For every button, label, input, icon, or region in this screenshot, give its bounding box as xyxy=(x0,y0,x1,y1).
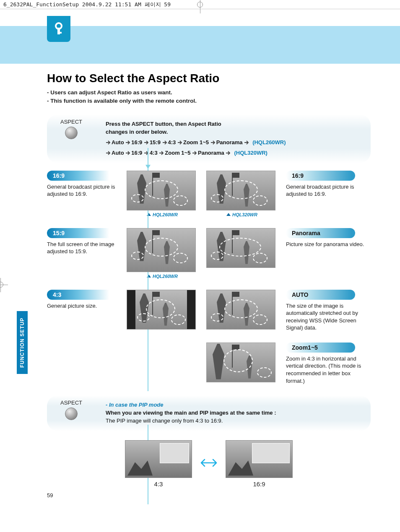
seq-item: Auto xyxy=(112,139,124,145)
screen-thumbnail xyxy=(127,171,196,210)
thumb-col: HQL260WR xyxy=(127,171,198,217)
row-zoom: Zoom1~5 Zoom in 4:3 in horizontal and ve… xyxy=(47,343,371,384)
row-4-3: 4:3 General picture size. AUTO The size … xyxy=(47,290,371,332)
left-block: 16:9 General broadcast picture is adjust… xyxy=(47,171,118,198)
intro-text: - Users can adjust Aspect Ratio as users… xyxy=(47,88,371,106)
remote-button-icon xyxy=(65,407,78,420)
page-title: How to Select the Aspect Ratio xyxy=(47,72,371,85)
ratio-desc: Zoom in 4:3 in horizontal and vertical d… xyxy=(286,355,370,384)
row-15-9: 15:9 The full screen of the image adjust… xyxy=(47,228,371,279)
ratio-pill: 16:9 xyxy=(47,171,116,181)
pip-label: 4:3 xyxy=(125,480,192,488)
pip-thumbnail xyxy=(226,440,293,478)
caption-text: HQL320WR xyxy=(232,212,257,217)
screen-thumbnail xyxy=(127,228,196,272)
screen-thumbnail xyxy=(206,343,275,382)
pip-image-row: 4:3 16:9 xyxy=(47,440,371,488)
ratio-desc: The full screen of the image adjusted to… xyxy=(47,241,118,255)
row-16-9: 16:9 General broadcast picture is adjust… xyxy=(47,171,371,217)
triangle-icon xyxy=(226,213,231,216)
left-block: 4:3 General picture size. xyxy=(47,290,118,310)
aspect-button-graphic: ASPECT xyxy=(60,119,82,139)
swap-arrow-icon xyxy=(200,457,217,471)
screen-thumbnail xyxy=(206,228,275,268)
screen-thumbnail xyxy=(206,171,275,210)
right-block: AUTO The size of the image is automatica… xyxy=(286,290,370,332)
seq-item: 4:3 xyxy=(150,150,158,156)
pip-thumbnail xyxy=(125,440,192,478)
ratio-pill: 4:3 xyxy=(47,290,116,300)
pip-thumb-block: 4:3 xyxy=(125,440,192,488)
instruction-panel: ASPECT Press the ASPECT button, then Asp… xyxy=(47,114,371,163)
crop-mark-header: 6_2632PAL_FunctionSetup 2004.9.22 11:51 … xyxy=(0,0,400,9)
pip-text: When you are viewing the main and PIP im… xyxy=(106,409,362,417)
ratio-desc: General picture size. xyxy=(47,302,118,310)
ratio-desc: General broadcast picture is adjusted to… xyxy=(286,183,370,198)
thumb-col xyxy=(206,343,278,382)
thumb-col: HQL260WR xyxy=(127,228,198,279)
right-block: 16:9 General broadcast picture is adjust… xyxy=(286,171,370,198)
remote-button-icon xyxy=(65,127,78,139)
pip-thumb-block: 16:9 xyxy=(226,440,293,488)
page-number: 59 xyxy=(47,492,53,498)
ratio-pill: 16:9 xyxy=(286,171,355,181)
screen-thumbnail xyxy=(206,290,275,330)
pip-panel: ASPECT - In case the PIP mode When you a… xyxy=(47,395,371,431)
pip-label: 16:9 xyxy=(226,480,293,488)
seq-item: Auto xyxy=(112,150,124,156)
aspect-button-graphic: ASPECT xyxy=(60,400,82,420)
right-block: Panorama Picture size for panorama video… xyxy=(286,228,370,248)
aspect-label: ASPECT xyxy=(60,400,82,406)
right-block: Zoom1~5 Zoom in 4:3 in horizontal and ve… xyxy=(286,343,370,384)
intro-line: - Users can adjust Aspect Ratio as users… xyxy=(47,88,371,97)
intro-line: - This function is available only with t… xyxy=(47,97,371,105)
content-area: How to Select the Aspect Ratio - Users c… xyxy=(0,64,400,488)
seq-item: 16:9 xyxy=(131,139,142,145)
registration-mark-icon xyxy=(197,2,203,8)
sequence-1: Auto 16:9 15:9 4:3 Zoom 1~5 Panorama (HQ… xyxy=(106,139,362,147)
left-block: 15:9 The full screen of the image adjust… xyxy=(47,228,118,255)
page: FUNCTION SETUP How to Select the Aspect … xyxy=(0,26,400,504)
ratio-pill: Panorama xyxy=(286,228,355,238)
seq-model: (HQL260WR) xyxy=(250,139,286,145)
ratio-pill: AUTO xyxy=(286,290,355,300)
panel-body: - In case the PIP mode When you are view… xyxy=(106,401,362,425)
ratio-desc: Picture size for panorama video. xyxy=(286,241,370,248)
panel-body: Press the ASPECT button, then Aspect Rat… xyxy=(106,120,362,157)
ratio-pill: 15:9 xyxy=(47,228,116,238)
thumb-caption: HQL260WR xyxy=(127,274,198,279)
panel-text: changes in order below. xyxy=(106,128,362,136)
key-icon xyxy=(47,16,70,42)
screen-thumbnail xyxy=(127,290,196,330)
seq-item: Panorama xyxy=(216,139,243,145)
thumb-caption: HQL260WR xyxy=(127,212,198,217)
caption-text: HQL260WR xyxy=(153,274,178,279)
seq-item: 16:9 xyxy=(131,150,142,156)
aspect-label: ASPECT xyxy=(60,119,82,125)
seq-item: Zoom 1~5 xyxy=(165,150,190,156)
thumb-caption: HQL320WR xyxy=(206,212,278,217)
svg-rect-2 xyxy=(57,32,62,34)
seq-item: Zoom 1~5 xyxy=(183,139,209,145)
thumb-col xyxy=(206,290,278,330)
ratio-desc: The size of the image is automatically s… xyxy=(286,302,370,332)
crop-mark-text: 6_2632PAL_FunctionSetup 2004.9.22 11:51 … xyxy=(3,1,171,8)
ratio-desc: General broadcast picture is adjusted to… xyxy=(47,183,118,198)
thumb-col xyxy=(127,290,198,330)
thumb-col: HQL320WR xyxy=(206,171,278,217)
panel-text: Press the ASPECT button, then Aspect Rat… xyxy=(106,120,362,128)
header-band xyxy=(0,26,400,64)
pip-text: The PIP image will change only from 4:3 … xyxy=(106,417,362,425)
sequence-2: Auto 16:9 4:3 Zoom 1~5 Panorama (HQL320W… xyxy=(106,149,362,157)
pip-heading: - In case the PIP mode xyxy=(106,401,362,409)
ratio-pill: Zoom1~5 xyxy=(286,343,355,353)
caption-text: HQL260WR xyxy=(153,212,178,217)
arrowhead-icon xyxy=(145,165,151,169)
thumb-col xyxy=(206,228,278,268)
seq-item: 4:3 xyxy=(168,139,176,145)
pip-panel-wrap: ASPECT - In case the PIP mode When you a… xyxy=(47,395,371,488)
seq-item: Panorama xyxy=(198,150,224,156)
seq-item: 15:9 xyxy=(150,139,161,145)
seq-model: (HQL320WR) xyxy=(231,150,267,156)
panel1-wrap: ASPECT Press the ASPECT button, then Asp… xyxy=(47,114,371,163)
